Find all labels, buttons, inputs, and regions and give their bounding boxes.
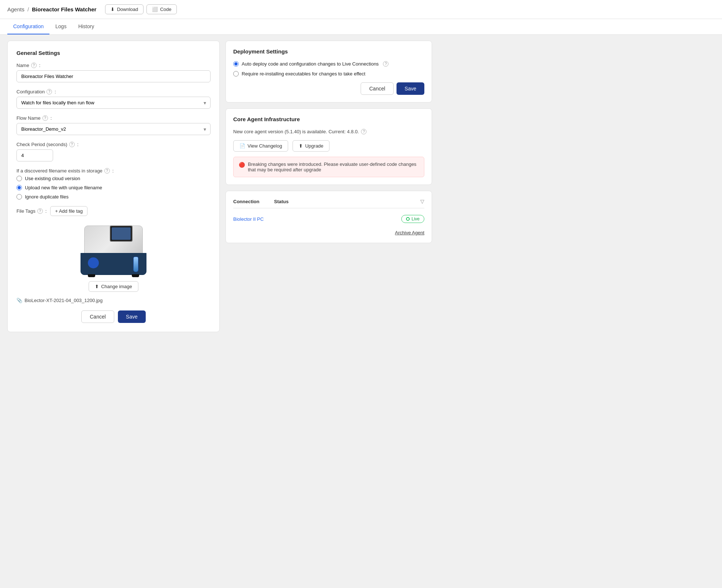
breadcrumb-separator: / [27,6,29,12]
storage-option-ignore-duplicate[interactable]: Ignore duplicate files [16,194,211,200]
check-period-input[interactable] [16,149,53,161]
status-badge: Live [401,215,424,223]
core-agent-buttons: 📄 View Changelog ⬆ Upgrade [233,140,424,152]
storage-label: If a discovered filename exists in stora… [16,168,211,174]
connections-card: Connection Status ▽ Biolector II PC Live… [226,191,432,243]
deployment-radio-group: Auto deploy code and configuration chang… [233,61,424,77]
tabs-bar: Configuration Logs History [0,19,722,35]
top-bar-actions: ⬇ Download ⬜ Code [105,4,177,14]
attachment-row: 📎 BioLector-XT-2021-04_003_1200.jpg [16,298,211,303]
flow-name-help-icon[interactable]: ? [42,115,48,121]
changelog-icon: 📄 [239,143,245,149]
upgrade-icon: ⬆ [299,143,303,149]
left-save-button[interactable]: Save [118,310,146,323]
attachment-filename: BioLector-XT-2021-04_003_1200.jpg [25,298,103,303]
configuration-field-group: Configuration ? : Watch for files locall… [16,89,211,109]
filter-icon[interactable]: ▽ [420,198,424,204]
breadcrumb-current: Bioreactor Files Watcher [32,6,96,12]
deploy-option-auto[interactable]: Auto deploy code and configuration chang… [233,61,424,67]
name-input[interactable] [16,70,211,82]
general-settings-panel: General Settings Name ? : Configuration … [7,41,220,332]
storage-option-upload-new[interactable]: Upload new file with unique filename [16,185,211,190]
connection-name-link[interactable]: Biolector II PC [233,216,264,222]
upload-icon: ⬆ [95,284,99,289]
breadcrumb-parent[interactable]: Agents [7,6,25,12]
storage-help-icon[interactable]: ? [104,168,110,174]
core-agent-title: Core Agent Infrastructure [233,116,424,122]
deploy-auto-help-icon[interactable]: ? [383,61,388,67]
left-cancel-button[interactable]: Cancel [81,310,114,323]
storage-radio-group: Use existing cloud version Upload new fi… [16,176,211,200]
deployment-settings-card: Deployment Settings Auto deploy code and… [226,41,432,103]
check-period-field-group: Check Period (seconds) ? : [16,142,211,161]
status-col-header: Status [274,199,289,204]
file-tags-label: File Tags ? : [16,208,46,214]
configuration-select[interactable]: Watch for files locally then run flow [16,97,211,109]
main-content: General Settings Name ? : Configuration … [0,35,439,338]
top-bar: Agents / Bioreactor Files Watcher ⬇ Down… [0,0,722,19]
configuration-label: Configuration ? : [16,89,211,94]
core-agent-version-text: New core agent version (5.1.40) is avail… [233,129,424,134]
core-agent-card: Core Agent Infrastructure New core agent… [226,108,432,185]
check-period-help-icon[interactable]: ? [69,142,75,147]
name-help-icon[interactable]: ? [31,63,37,68]
connection-col-header: Connection [233,199,260,204]
tab-history[interactable]: History [72,19,100,34]
storage-option-use-existing[interactable]: Use existing cloud version [16,176,211,181]
file-tags-help-icon[interactable]: ? [37,208,43,214]
storage-field-group: If a discovered filename exists in stora… [16,168,211,200]
deployment-settings-title: Deployment Settings [233,48,424,55]
device-image-container: ⬆ Change image [16,223,211,292]
code-button[interactable]: ⬜ Code [146,4,177,14]
flow-name-select[interactable]: Bioreactor_Demo_v2 [16,123,211,135]
core-agent-help-icon[interactable]: ? [361,129,366,134]
left-form-actions: Cancel Save [16,310,211,323]
breaking-changes-warning: 🔴 Breaking changes were introduced. Plea… [233,157,424,177]
download-button[interactable]: ⬇ Download [105,4,144,14]
add-file-tag-button[interactable]: + Add file tag [50,206,88,216]
general-settings-title: General Settings [16,50,211,56]
deployment-save-button[interactable]: Save [397,82,424,95]
deployment-actions: Cancel Save [233,82,424,95]
archive-agent-link[interactable]: Archive Agent [395,230,424,235]
attachment-icon: 📎 [16,298,22,303]
file-tags-row: File Tags ? : + Add file tag [16,206,211,216]
flow-name-label: Flow Name ? : [16,115,211,121]
breadcrumb: Agents / Bioreactor Files Watcher [7,6,96,12]
connections-header-left: Connection Status [233,199,289,204]
tab-configuration[interactable]: Configuration [7,19,49,34]
archive-link: Archive Agent [233,230,424,235]
status-dot-icon [406,217,410,221]
change-image-button[interactable]: ⬆ Change image [89,281,138,292]
device-image [77,223,150,278]
upgrade-button[interactable]: ⬆ Upgrade [293,140,330,152]
right-panel: Deployment Settings Auto deploy code and… [226,41,432,332]
name-field-group: Name ? : [16,63,211,82]
connections-header: Connection Status ▽ [233,198,424,208]
check-period-label: Check Period (seconds) ? : [16,142,211,147]
table-row: Biolector II PC Live [233,212,424,226]
code-icon: ⬜ [152,7,158,12]
configuration-help-icon[interactable]: ? [46,89,52,94]
flow-name-field-group: Flow Name ? : Bioreactor_Demo_v2 [16,115,211,135]
download-icon: ⬇ [111,7,115,12]
warning-icon: 🔴 [239,162,245,168]
configuration-select-wrapper: Watch for files locally then run flow [16,97,211,109]
view-changelog-button[interactable]: 📄 View Changelog [233,140,288,152]
flow-name-select-wrapper: Bioreactor_Demo_v2 [16,123,211,135]
deployment-cancel-button[interactable]: Cancel [361,82,394,95]
tab-logs[interactable]: Logs [49,19,72,34]
name-label: Name ? : [16,63,211,68]
deploy-option-reinstall[interactable]: Require re-installing executables for ch… [233,71,424,77]
